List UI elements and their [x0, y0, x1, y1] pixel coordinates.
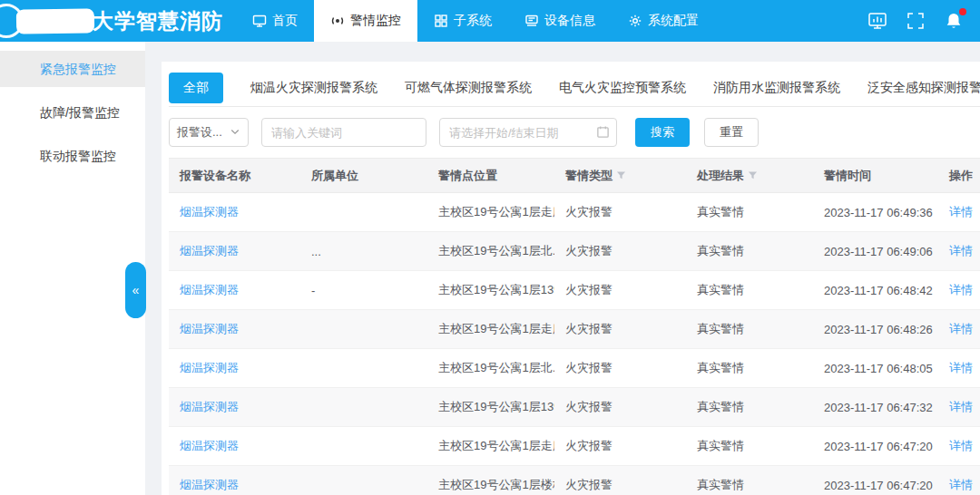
column-header-label: 警情时间	[824, 169, 871, 182]
cell-location: 主校区19号公寓1层139	[427, 271, 554, 310]
cell-alarm-time: 2023-11-17 06:49:36	[813, 193, 938, 232]
tab-system-2[interactable]: 可燃气体探测报警系统	[405, 73, 532, 103]
top-nav-menu: 首页警情监控子系统设备信息系统配置	[236, 0, 715, 42]
table-row: 烟温探测器主校区19号公寓1层楼梯3火灾报警真实警情2023-11-17 06:…	[169, 466, 980, 495]
sidebar-item-emergency-alarm[interactable]: 紧急报警监控	[0, 51, 145, 87]
detail-link[interactable]: 详情	[949, 322, 973, 335]
fullscreen-icon[interactable]	[906, 11, 926, 31]
system-tabs: 全部烟温火灾探测报警系统可燃气体探测报警系统电气火灾监控预警系统消防用水监测报警…	[169, 62, 980, 107]
device-name-link[interactable]: 烟温探测器	[180, 400, 239, 413]
nav-item-alarm-monitor[interactable]: 警情监控	[314, 0, 417, 42]
nav-item-system-config[interactable]: 系统配置	[612, 0, 715, 42]
cell-operations: 详情处理	[938, 193, 980, 232]
date-range-input[interactable]	[439, 118, 617, 147]
cell-operations: 详情处理	[938, 427, 980, 466]
column-header-label: 警情类型	[565, 169, 612, 182]
cell-operations: 详情处理	[938, 310, 980, 349]
table-row: 烟温探测器...主校区19号公寓1层北...火灾报警真实警情2023-11-17…	[169, 232, 980, 271]
column-header-3[interactable]: 警情类型	[554, 159, 686, 193]
date-range-picker[interactable]	[439, 118, 617, 147]
detail-link[interactable]: 详情	[949, 400, 973, 413]
device-list-icon	[524, 14, 539, 28]
table-row: 烟温探测器-主校区19号公寓1层139火灾报警真实警情2023-11-17 06…	[169, 271, 980, 310]
filter-funnel-icon[interactable]	[616, 169, 626, 182]
cell-location: 主校区19号公寓1层北...	[427, 349, 554, 388]
cell-handle-result: 真实警情	[686, 466, 813, 495]
detail-link[interactable]: 详情	[949, 283, 973, 296]
cell-operations: 详情处理	[938, 388, 980, 427]
table-row: 烟温探测器主校区19号公寓1层走廊4火灾报警真实警情2023-11-17 06:…	[169, 193, 980, 232]
cell-device-name: 烟温探测器	[169, 232, 300, 271]
cell-alarm-type: 火灾报警	[554, 466, 686, 495]
column-header-label: 所属单位	[311, 169, 358, 182]
sidebar-item-fault-alarm[interactable]: 故障/报警监控	[0, 94, 145, 131]
device-name-link[interactable]: 烟温探测器	[180, 322, 239, 335]
tab-system-3[interactable]: 电气火灾监控预警系统	[559, 73, 686, 103]
table-header-row: 报警设备名称所属单位警情点位置警情类型处理结果警情时间操作	[169, 159, 980, 193]
cell-handle-result: 真实警情	[686, 349, 813, 388]
cell-unit	[300, 427, 427, 466]
device-name-link[interactable]: 烟温探测器	[180, 244, 239, 257]
monitor-chart-icon[interactable]	[867, 11, 887, 31]
bell-icon[interactable]	[944, 11, 964, 31]
cell-alarm-time: 2023-11-17 06:47:32	[813, 388, 938, 427]
keyword-input[interactable]	[261, 118, 426, 147]
sidebar-item-linkage-alarm[interactable]: 联动报警监控	[0, 138, 145, 174]
detail-link[interactable]: 详情	[949, 478, 973, 491]
detail-link[interactable]: 详情	[949, 205, 973, 218]
cell-device-name: 烟温探测器	[169, 349, 300, 388]
device-name-link[interactable]: 烟温探测器	[180, 283, 239, 296]
sidebar-collapse-handle[interactable]: «	[125, 262, 146, 318]
cell-location: 主校区19号公寓1层走廊4	[427, 193, 554, 232]
app-window: 大学智慧消防 首页警情监控子系统设备信息系统配置 紧急报警监控故障/报警监控联动…	[0, 0, 980, 495]
alarm-table: 报警设备名称所属单位警情点位置警情类型处理结果警情时间操作 烟温探测器主校区19…	[169, 158, 980, 495]
column-header-label: 警情点位置	[438, 169, 497, 182]
table-row: 烟温探测器主校区19号公寓1层走廊4火灾报警真实警情2023-11-17 06:…	[169, 427, 980, 466]
search-button[interactable]: 搜索	[635, 118, 690, 147]
detail-link[interactable]: 详情	[949, 244, 973, 257]
cell-alarm-type: 火灾报警	[554, 232, 686, 271]
content-card: 全部烟温火灾探测报警系统可燃气体探测报警系统电气火灾监控预警系统消防用水监测报警…	[162, 62, 980, 495]
cell-location: 主校区19号公寓1层139	[427, 388, 554, 427]
cell-device-name: 烟温探测器	[169, 271, 300, 310]
nav-item-home[interactable]: 首页	[236, 0, 314, 42]
device-name-link[interactable]: 烟温探测器	[180, 478, 239, 491]
nav-item-device-info[interactable]: 设备信息	[508, 0, 612, 42]
device-name-link[interactable]: 烟温探测器	[180, 361, 239, 374]
cell-device-name: 烟温探测器	[169, 193, 300, 232]
cell-device-name: 烟温探测器	[169, 310, 300, 349]
cell-unit: ...	[300, 232, 427, 271]
nav-item-subsystems[interactable]: 子系统	[417, 0, 508, 42]
gear-icon	[628, 14, 642, 28]
detail-link[interactable]: 详情	[949, 361, 973, 374]
app-title: 大学智慧消防	[93, 7, 223, 35]
device-name-link[interactable]: 烟温探测器	[180, 439, 239, 452]
cell-location: 主校区19号公寓1层走廊4	[427, 427, 554, 466]
cell-alarm-type: 火灾报警	[554, 271, 686, 310]
cell-operations: 详情处理	[938, 271, 980, 310]
cell-handle-result: 真实警情	[686, 310, 813, 349]
cell-operations: 详情处理	[938, 466, 980, 495]
cell-alarm-time: 2023-11-17 06:48:42	[813, 271, 938, 310]
notification-badge	[959, 8, 966, 15]
alarm-type-select-value: 报警设...	[177, 124, 222, 141]
reset-button[interactable]: 重置	[704, 118, 759, 147]
home-monitor-icon	[252, 14, 267, 28]
tab-system-4[interactable]: 消防用水监测报警系统	[713, 73, 840, 103]
alarm-type-select[interactable]: 报警设...	[169, 118, 249, 147]
cell-location: 主校区19号公寓1层走廊4	[427, 310, 554, 349]
cell-unit	[300, 388, 427, 427]
tab-system-5[interactable]: 泛安全感知探测报警系统	[867, 73, 980, 103]
detail-link[interactable]: 详情	[949, 439, 973, 452]
tab-all[interactable]: 全部	[169, 73, 223, 103]
device-name-link[interactable]: 烟温探测器	[180, 205, 239, 218]
cell-device-name: 烟温探测器	[169, 427, 300, 466]
column-header-1: 所属单位	[300, 159, 427, 193]
table-row: 烟温探测器主校区19号公寓1层139火灾报警真实警情2023-11-17 06:…	[169, 388, 980, 427]
cell-unit	[300, 310, 427, 349]
tab-system-1[interactable]: 烟温火灾探测报警系统	[250, 73, 377, 103]
cell-location: 主校区19号公寓1层楼梯3	[427, 466, 554, 495]
table-row: 烟温探测器主校区19号公寓1层北...火灾报警真实警情2023-11-17 06…	[169, 349, 980, 388]
column-header-4[interactable]: 处理结果	[686, 159, 813, 193]
filter-funnel-icon[interactable]	[748, 169, 758, 182]
